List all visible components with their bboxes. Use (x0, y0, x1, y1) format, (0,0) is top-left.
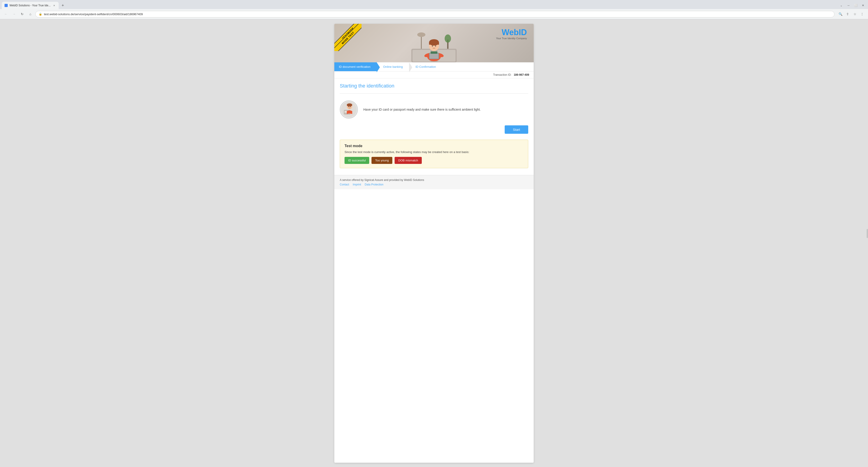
logo-id: ID (519, 28, 527, 37)
content-card: TESTMODE MODE TEST WebID Your True Ident… (334, 24, 534, 463)
svg-rect-7 (430, 53, 438, 59)
maximize-button[interactable]: ⬜ (852, 2, 859, 9)
transaction-row: Transaction ID: 186-967-409 (334, 71, 534, 79)
breadcrumb-step-1[interactable]: ID document verification (334, 62, 377, 71)
test-mode-description: Since the test mode is currently active,… (344, 150, 524, 154)
reload-button[interactable]: ↻ (19, 11, 25, 17)
address-bar-row: ← → ↻ ⌂ 🔒 test.webid-solutions.de/servic… (0, 9, 868, 19)
start-button-row: Start (340, 121, 528, 136)
breadcrumb-arrow-2 (409, 62, 412, 72)
menu-icon[interactable]: ⋮ (859, 11, 865, 17)
minimize-button[interactable]: ─ (845, 2, 852, 9)
tab-close-button[interactable]: ✕ (52, 4, 56, 7)
testmode-banner: TESTMODE MODE TEST (334, 24, 362, 51)
svg-rect-13 (431, 52, 437, 54)
test-too-young-button[interactable]: Too young (371, 157, 392, 164)
test-mode-title: Test mode (344, 144, 524, 148)
page-title: Starting the identification (340, 83, 528, 89)
browser-chrome: WebID Solutions - Your True Ide... ✕ + ⌄… (0, 0, 868, 19)
test-id-successful-button[interactable]: ID successful (344, 157, 369, 164)
footer-section: A service offered by Signicat Assure and… (334, 175, 534, 189)
hero-illustration (409, 26, 459, 62)
tab-favicon (4, 4, 8, 7)
svg-point-25 (347, 104, 352, 107)
new-tab-button[interactable]: + (60, 2, 66, 9)
header-section: TESTMODE MODE TEST WebID Your True Ident… (334, 24, 534, 62)
svg-rect-10 (429, 42, 439, 45)
svg-rect-16 (421, 35, 422, 49)
security-icon: 🔒 (39, 12, 42, 16)
id-check-row: Have your ID card or passport ready and … (340, 98, 528, 121)
home-button[interactable]: ⌂ (27, 11, 33, 17)
window-controls: ⌄ ─ ⬜ ✕ (838, 2, 866, 9)
back-button[interactable]: ← (3, 11, 9, 17)
close-button[interactable]: ✕ (860, 2, 866, 9)
tab-title: WebID Solutions - Your True Ide... (9, 4, 51, 7)
scrollbar[interactable] (867, 229, 868, 238)
transaction-value: 186-967-409 (514, 73, 529, 77)
test-dob-mismatch-button[interactable]: DOB mismatch (395, 157, 422, 164)
svg-point-17 (417, 32, 425, 37)
search-icon[interactable]: 🔍 (837, 11, 843, 17)
divider (340, 93, 528, 94)
breadcrumb-step-3-label: ID Confirmation (415, 65, 436, 68)
avatar (340, 100, 358, 119)
footer-links: Contact Imprint Data Protection (340, 183, 528, 186)
transaction-label: Transaction ID: (493, 73, 512, 77)
svg-point-26 (348, 106, 349, 107)
svg-point-12 (435, 46, 436, 47)
test-mode-box: Test mode Since the test mode is current… (340, 140, 528, 168)
toolbar-icons: 🔍 ⇧ ☆ ⋮ (837, 11, 865, 17)
logo-web: Web (502, 28, 519, 37)
main-section: Starting the identification (334, 79, 534, 175)
testmode-tape-2: MODE TEST (334, 24, 362, 51)
footer-service-text: A service offered by Signicat Assure and… (340, 178, 528, 182)
imprint-link[interactable]: Imprint (353, 183, 361, 186)
breadcrumb-step-3[interactable]: ID Confirmation (409, 62, 440, 71)
webid-logo: WebID Your True Identity Company (496, 28, 527, 40)
logo-text: WebID (496, 28, 527, 36)
tab-bar: WebID Solutions - Your True Ide... ✕ + ⌄… (0, 0, 868, 9)
breadcrumb-step-2[interactable]: Online banking (377, 62, 409, 71)
url-text: test.webid-solutions.de/service/payident… (44, 12, 831, 16)
svg-point-15 (445, 34, 451, 42)
data-protection-link[interactable]: Data Protection (365, 183, 383, 186)
share-icon[interactable]: ⇧ (844, 11, 851, 17)
forward-button[interactable]: → (11, 11, 17, 17)
contact-link[interactable]: Contact (340, 183, 349, 186)
avatar-illustration (341, 101, 357, 117)
breadcrumb-step-2-label: Online banking (383, 65, 403, 68)
start-button[interactable]: Start (505, 125, 528, 134)
logo-tagline: Your True Identity Company (496, 37, 527, 40)
svg-rect-20 (344, 111, 347, 113)
breadcrumb-step-1-label: ID document verification (339, 65, 370, 68)
svg-point-27 (350, 106, 351, 107)
bookmark-icon[interactable]: ☆ (852, 11, 858, 17)
address-bar[interactable]: 🔒 test.webid-solutions.de/service/payide… (35, 11, 835, 18)
tab-list-button[interactable]: ⌄ (838, 2, 844, 9)
id-check-description: Have your ID card or passport ready and … (363, 108, 528, 111)
breadcrumb-nav: ID document verification Online banking … (334, 62, 534, 71)
svg-point-11 (432, 46, 433, 47)
test-mode-buttons: ID successful Too young DOB mismatch (344, 157, 524, 164)
active-tab[interactable]: WebID Solutions - Your True Ide... ✕ (2, 2, 59, 9)
breadcrumb-arrow-1 (377, 62, 380, 72)
page-wrapper: TESTMODE MODE TEST WebID Your True Ident… (0, 19, 868, 467)
